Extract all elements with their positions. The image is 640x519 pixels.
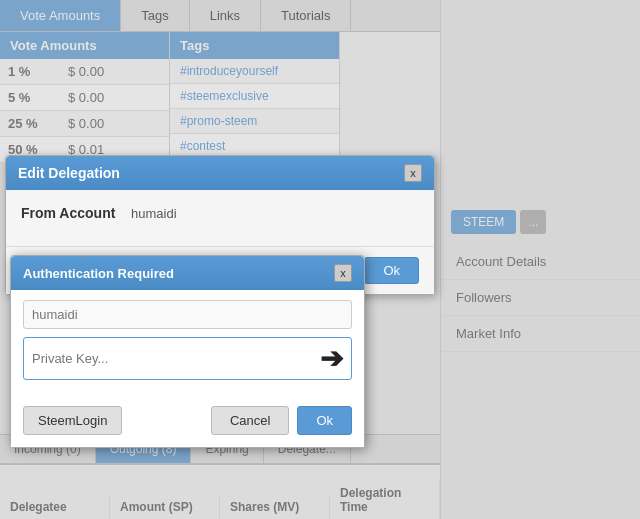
edit-delegation-body: From Account humaidi — [6, 190, 434, 246]
auth-body: ➔ — [11, 290, 364, 400]
edit-delegation-header: Edit Delegation x — [6, 156, 434, 190]
auth-footer: SteemLogin Cancel Ok — [11, 400, 364, 447]
auth-modal: Authentication Required x ➔ SteemLogin C… — [10, 255, 365, 448]
from-account-value: humaidi — [131, 206, 177, 221]
steemlogin-button[interactable]: SteemLogin — [23, 406, 122, 435]
edit-delegation-title: Edit Delegation — [18, 165, 120, 181]
auth-arrow-icon: ➔ — [320, 342, 343, 375]
from-account-row: From Account humaidi — [21, 205, 419, 221]
edit-delegation-close-button[interactable]: x — [404, 164, 422, 182]
auth-ok-button[interactable]: Ok — [297, 406, 352, 435]
auth-password-input[interactable] — [32, 351, 312, 366]
auth-close-button[interactable]: x — [334, 264, 352, 282]
edit-delegation-ok-button[interactable]: Ok — [364, 257, 419, 284]
auth-title: Authentication Required — [23, 266, 174, 281]
from-account-label: From Account — [21, 205, 131, 221]
auth-cancel-button[interactable]: Cancel — [211, 406, 289, 435]
auth-header: Authentication Required x — [11, 256, 364, 290]
auth-password-row: ➔ — [23, 337, 352, 380]
auth-username-input[interactable] — [23, 300, 352, 329]
